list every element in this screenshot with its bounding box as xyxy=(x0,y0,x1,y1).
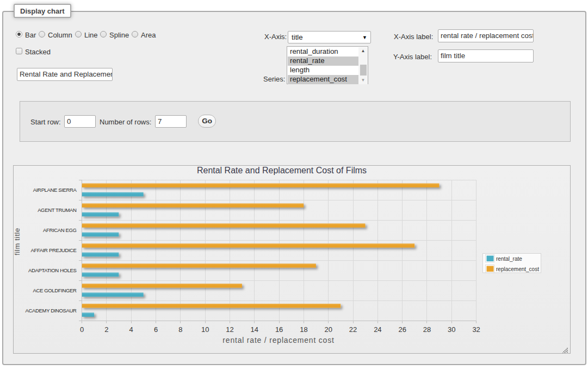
svg-text:ACE GOLDFINGER: ACE GOLDFINGER xyxy=(33,287,77,293)
svg-text:26: 26 xyxy=(398,325,406,334)
svg-text:10: 10 xyxy=(201,325,209,334)
svg-text:rental rate / replacement cost: rental rate / replacement cost xyxy=(222,336,334,344)
svg-text:AFFAIR PREJUDICE: AFFAIR PREJUDICE xyxy=(30,247,76,253)
svg-text:22: 22 xyxy=(349,325,357,334)
svg-text:0: 0 xyxy=(80,325,84,334)
svg-text:ACADEMY DINOSAUR: ACADEMY DINOSAUR xyxy=(26,308,77,313)
svg-text:AGENT TRUMAN: AGENT TRUMAN xyxy=(38,207,77,213)
svg-text:ADAPTATION HOLES: ADAPTATION HOLES xyxy=(28,267,77,273)
svg-text:20: 20 xyxy=(325,325,332,334)
svg-text:16: 16 xyxy=(275,325,283,334)
svg-text:AFRICAN EGG: AFRICAN EGG xyxy=(43,227,77,233)
svg-text:4: 4 xyxy=(129,325,133,334)
svg-text:28: 28 xyxy=(423,325,431,334)
svg-text:rental_rate: rental_rate xyxy=(496,256,522,262)
svg-text:AIRPLANE SIERRA: AIRPLANE SIERRA xyxy=(33,187,77,193)
svg-text:replacement_cost: replacement_cost xyxy=(496,266,539,272)
svg-text:8: 8 xyxy=(178,325,182,334)
svg-text:24: 24 xyxy=(374,325,381,334)
svg-text:6: 6 xyxy=(154,325,158,334)
svg-text:18: 18 xyxy=(300,325,307,334)
svg-text:30: 30 xyxy=(448,325,455,334)
svg-text:Rental Rate and Replacement Co: Rental Rate and Replacement Cost of Film… xyxy=(197,166,367,175)
svg-text:film title: film title xyxy=(14,228,21,255)
svg-text:32: 32 xyxy=(472,325,480,334)
svg-text:14: 14 xyxy=(251,325,258,334)
svg-text:2: 2 xyxy=(104,325,108,334)
svg-text:12: 12 xyxy=(226,325,233,334)
